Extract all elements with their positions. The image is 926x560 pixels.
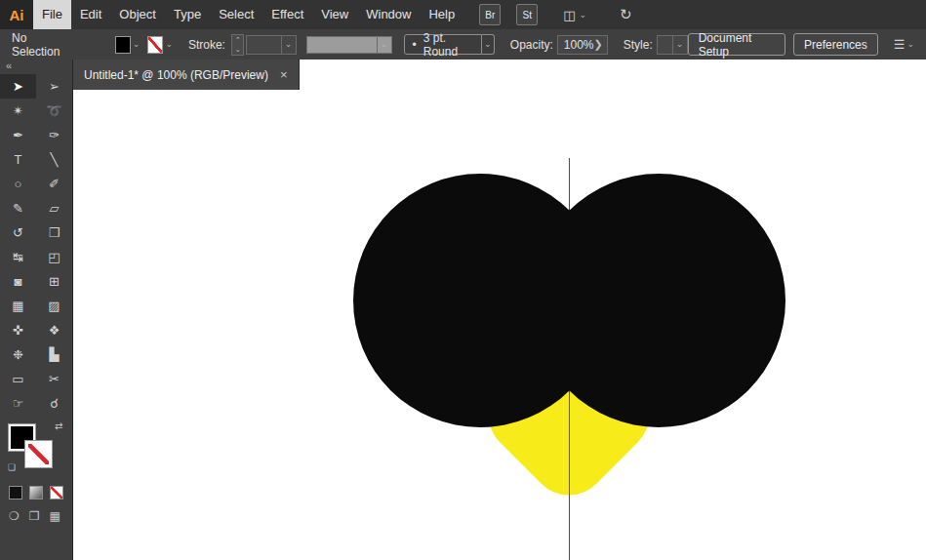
paintbrush-tool[interactable]: ✐ xyxy=(36,172,72,196)
align-options-button[interactable]: ☰ xyxy=(894,37,914,52)
tool-icon: ✒ xyxy=(13,128,23,142)
pen-tool[interactable]: ✒ xyxy=(0,123,36,147)
eyedropper-tool[interactable]: ✜ xyxy=(0,318,36,342)
default-fill-stroke-icon[interactable]: ❏ xyxy=(8,462,16,472)
chevron-down-icon xyxy=(377,37,391,53)
shape-builder-tool[interactable]: ◙ xyxy=(0,269,36,294)
collapse-panel-button[interactable]: « xyxy=(0,60,72,74)
workspace-switcher[interactable]: ◫ xyxy=(563,8,586,22)
style-combo[interactable] xyxy=(657,35,688,55)
chevron-right-icon: ❯ xyxy=(594,38,607,51)
stroke-weight-stepper[interactable]: ⌃ ⌄ xyxy=(231,34,244,56)
gradient-tool[interactable]: ▨ xyxy=(36,294,72,318)
symbol-sprayer-tool[interactable]: ❉ xyxy=(0,342,36,367)
slice-tool[interactable]: ✂ xyxy=(36,367,72,391)
draw-normal-icon[interactable]: ❍ xyxy=(9,509,20,523)
line-tool[interactable]: ╲ xyxy=(36,147,72,172)
menu-item-file[interactable]: File xyxy=(33,0,71,29)
brush-definition-value[interactable]: • 3 pt. Round xyxy=(404,34,482,55)
column-graph-tool[interactable]: ▙ xyxy=(36,342,72,367)
ellipse-tool[interactable]: ○ xyxy=(0,172,36,196)
menu-item-select[interactable]: Select xyxy=(210,0,262,29)
color-button[interactable] xyxy=(9,486,22,500)
stock-button[interactable]: St xyxy=(516,4,538,25)
artboard-canvas[interactable] xyxy=(73,90,926,560)
zoom-tool[interactable]: ☌ xyxy=(36,391,72,416)
selection-tool[interactable]: ➤ xyxy=(0,74,36,99)
swap-fill-stroke-icon[interactable]: ⇄ xyxy=(55,420,62,431)
bridge-button[interactable]: Br xyxy=(479,4,501,25)
brush-dropdown-button[interactable] xyxy=(482,34,495,55)
document-setup-button[interactable]: Document Setup xyxy=(688,33,785,56)
hand-tool[interactable]: ☞ xyxy=(0,391,36,416)
tool-icon: ✑ xyxy=(49,128,60,142)
stroke-proxy-swatch[interactable] xyxy=(24,440,53,468)
artboard-tool[interactable]: ▭ xyxy=(0,367,36,391)
pencil-tool[interactable]: ✎ xyxy=(0,196,36,220)
workspace-icon: ◫ xyxy=(563,8,575,22)
mesh-tool[interactable]: ▦ xyxy=(0,294,36,318)
tool-icon: T xyxy=(15,152,22,167)
chevron-down-icon[interactable] xyxy=(165,38,173,52)
none-button[interactable] xyxy=(50,486,63,500)
tool-icon: ❖ xyxy=(49,323,60,338)
screen-mode-icon[interactable]: ▦ xyxy=(50,509,60,523)
eraser-tool[interactable]: ▱ xyxy=(36,196,72,220)
gradient-button[interactable] xyxy=(29,486,43,500)
tool-icon: ✎ xyxy=(13,201,23,216)
width-profile-dropdown[interactable] xyxy=(306,36,392,54)
stroke-color-swatch[interactable] xyxy=(147,36,163,54)
opacity-combo[interactable]: 100% ❯ xyxy=(557,35,608,55)
tool-icon: ➰ xyxy=(46,103,61,118)
draw-behind-icon[interactable]: ❐ xyxy=(29,509,40,523)
tool-icon: ↹ xyxy=(13,250,23,264)
tool-icon: ▱ xyxy=(50,201,60,216)
document-tab[interactable]: Untitled-1* @ 100% (RGB/Preview) × xyxy=(73,60,300,90)
blend-tool[interactable]: ❖ xyxy=(36,318,72,342)
rotate-tool[interactable]: ↺ xyxy=(0,220,36,245)
stroke-weight-combo[interactable] xyxy=(246,35,296,55)
chevron-down-icon[interactable] xyxy=(133,38,141,52)
document-tab-bar: Untitled-1* @ 100% (RGB/Preview) × xyxy=(73,60,926,90)
document-tab-title: Untitled-1* @ 100% (RGB/Preview) xyxy=(84,68,268,82)
scale-tool[interactable]: ❒ xyxy=(36,220,72,245)
align-icon: ☰ xyxy=(894,37,906,52)
black-circle-right[interactable] xyxy=(532,174,785,427)
type-tool[interactable]: T xyxy=(0,147,36,172)
fill-color-swatch[interactable] xyxy=(115,36,131,54)
stepper-up-icon[interactable]: ⌃ xyxy=(232,35,243,45)
chevron-down-icon[interactable] xyxy=(281,36,296,54)
width-tool[interactable]: ↹ xyxy=(0,245,36,269)
menu-item-view[interactable]: View xyxy=(312,0,357,29)
lasso-tool[interactable]: ➰ xyxy=(36,99,72,123)
direct-selection-tool[interactable]: ➢ xyxy=(36,74,72,99)
menu-item-edit[interactable]: Edit xyxy=(71,0,110,29)
brush-definition[interactable]: • 3 pt. Round xyxy=(404,34,495,55)
tool-icon: ○ xyxy=(15,177,22,191)
preferences-button[interactable]: Preferences xyxy=(793,33,878,56)
sync-status-icon[interactable]: ↻ xyxy=(620,6,632,23)
magic-wand-tool[interactable]: ✴ xyxy=(0,99,36,123)
tools-panel: « ➤ ➢ ✴ ➰ ✒ ✑ T ╲ ○ ✐ ✎ ▱ ↺ ❒ ↹ ◰ ◙ ⊞ ▦ … xyxy=(0,60,73,560)
tool-icon: ⊞ xyxy=(49,274,60,289)
chevron-down-icon[interactable] xyxy=(672,36,687,54)
menu-item-type[interactable]: Type xyxy=(165,0,210,29)
perspective-grid-tool[interactable]: ⊞ xyxy=(36,269,72,294)
menu-item-object[interactable]: Object xyxy=(110,0,165,29)
menu-item-effect[interactable]: Effect xyxy=(262,0,312,29)
style-label: Style: xyxy=(624,38,653,52)
curvature-tool[interactable]: ✑ xyxy=(36,123,72,147)
stepper-down-icon[interactable]: ⌄ xyxy=(232,45,243,55)
chevron-down-icon xyxy=(906,37,914,52)
stroke-label[interactable]: Stroke: xyxy=(188,38,225,52)
brush-dot-icon: • xyxy=(413,38,417,52)
menu-item-help[interactable]: Help xyxy=(420,0,463,29)
menu-item-window[interactable]: Window xyxy=(357,0,420,29)
tool-icon: ◰ xyxy=(48,250,60,264)
close-icon[interactable]: × xyxy=(280,68,288,81)
free-transform-tool[interactable]: ◰ xyxy=(36,245,72,269)
tool-icon: ▙ xyxy=(50,347,60,362)
opacity-value: 100% xyxy=(564,38,594,52)
menu-bar: Ai File Edit Object Type Select Effect V… xyxy=(0,0,926,29)
opacity-label[interactable]: Opacity: xyxy=(510,38,553,52)
